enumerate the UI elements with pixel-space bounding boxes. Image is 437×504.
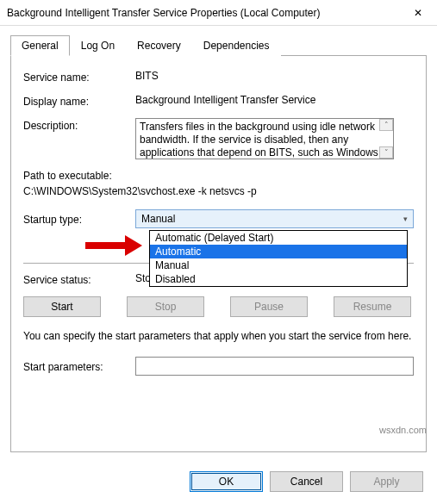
description-text: Transfers files in the background using … (140, 121, 378, 159)
display-name-label: Display name: (23, 94, 135, 108)
startup-type-selected: Manual (141, 213, 175, 225)
annotation-arrow-icon (82, 232, 142, 259)
apply-button: Apply (350, 471, 423, 492)
option-manual[interactable]: Manual (150, 258, 407, 272)
general-panel: Service name: BITS Display name: Backgro… (10, 56, 427, 452)
description-box[interactable]: Transfers files in the background using … (135, 118, 394, 159)
cancel-button[interactable]: Cancel (270, 471, 343, 492)
service-name-value: BITS (135, 70, 414, 82)
close-button[interactable]: ✕ (398, 0, 437, 26)
ok-button[interactable]: OK (190, 471, 263, 492)
description-scroll[interactable]: ˄ ˅ (379, 119, 393, 159)
service-control-buttons: Start Stop Pause Resume (23, 296, 414, 317)
path-block: Path to executable: C:\WINDOWS\System32\… (23, 170, 414, 197)
title-bar: Background Intelligent Transfer Service … (0, 0, 437, 26)
tab-logon[interactable]: Log On (70, 35, 126, 56)
startup-type-label: Startup type: (23, 212, 135, 226)
description-label: Description: (23, 118, 135, 132)
display-name-value: Background Intelligent Transfer Service (135, 94, 414, 106)
service-name-row: Service name: BITS (23, 70, 414, 84)
resume-button: Resume (334, 296, 411, 317)
stop-button: Stop (127, 296, 204, 317)
tab-strip: General Log On Recovery Dependencies (10, 34, 427, 56)
svg-marker-1 (125, 235, 142, 256)
start-params-label: Start parameters: (23, 359, 135, 373)
option-automatic-delayed[interactable]: Automatic (Delayed Start) (150, 231, 407, 245)
start-params-note: You can specify the start parameters tha… (23, 329, 414, 343)
chevron-down-icon: ▾ (403, 215, 408, 223)
description-row: Description: Transfers files in the back… (23, 118, 414, 159)
dialog-content: General Log On Recovery Dependencies Ser… (0, 26, 437, 452)
tab-dependencies[interactable]: Dependencies (192, 35, 281, 56)
path-label: Path to executable: (23, 170, 414, 182)
window-title: Background Intelligent Transfer Service … (7, 7, 398, 19)
startup-type-dropdown[interactable]: Automatic (Delayed Start) Automatic Manu… (149, 230, 408, 287)
dialog-button-bar: OK Cancel Apply (190, 471, 423, 492)
startup-type-row: Startup type: Manual ▾ (23, 209, 414, 228)
service-status-label: Service status: (23, 272, 135, 286)
watermark-text: wsxdn.com (379, 425, 427, 435)
pause-button: Pause (230, 296, 308, 317)
path-value: C:\WINDOWS\System32\svchost.exe -k netsv… (23, 185, 414, 197)
close-icon: ✕ (414, 7, 422, 19)
option-disabled[interactable]: Disabled (150, 272, 407, 286)
scroll-down-icon[interactable]: ˅ (379, 146, 393, 159)
display-name-row: Display name: Background Intelligent Tra… (23, 94, 414, 108)
scroll-up-icon[interactable]: ˄ (379, 119, 393, 131)
start-params-input[interactable] (135, 357, 414, 376)
start-params-row: Start parameters: (23, 357, 414, 376)
service-name-label: Service name: (23, 70, 135, 84)
tab-recovery[interactable]: Recovery (126, 35, 192, 56)
startup-type-combo[interactable]: Manual ▾ (135, 209, 414, 228)
tab-general[interactable]: General (10, 35, 70, 56)
start-button[interactable]: Start (23, 296, 101, 317)
option-automatic[interactable]: Automatic (150, 245, 407, 258)
